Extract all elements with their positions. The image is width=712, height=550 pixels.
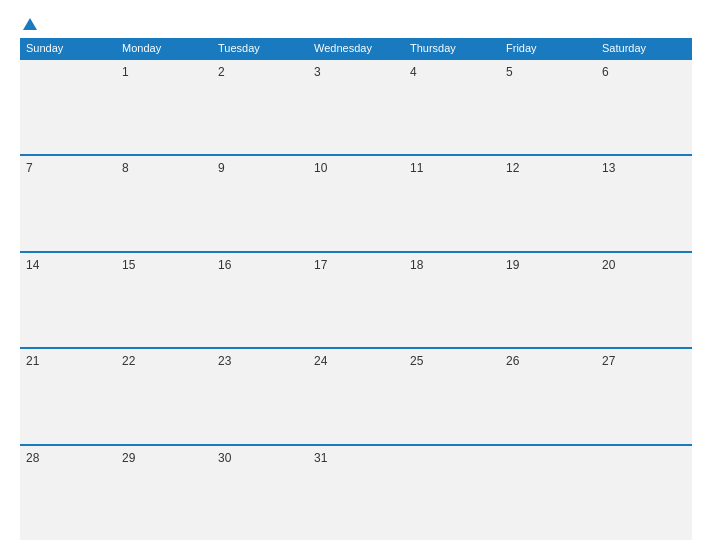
day-cell: 29 bbox=[116, 446, 212, 540]
day-cell: 26 bbox=[500, 349, 596, 443]
day-header-saturday: Saturday bbox=[596, 38, 692, 58]
weeks-container: 1234567891011121314151617181920212223242… bbox=[20, 58, 692, 540]
logo-blue bbox=[20, 18, 37, 30]
day-cell: 31 bbox=[308, 446, 404, 540]
day-cell: 23 bbox=[212, 349, 308, 443]
day-cell: 6 bbox=[596, 60, 692, 154]
day-header-sunday: Sunday bbox=[20, 38, 116, 58]
page: SundayMondayTuesdayWednesdayThursdayFrid… bbox=[0, 0, 712, 550]
day-cell bbox=[500, 446, 596, 540]
day-cell: 17 bbox=[308, 253, 404, 347]
week-row-1: 123456 bbox=[20, 58, 692, 154]
day-cell: 4 bbox=[404, 60, 500, 154]
week-row-4: 21222324252627 bbox=[20, 347, 692, 443]
calendar: SundayMondayTuesdayWednesdayThursdayFrid… bbox=[20, 38, 692, 540]
day-cell: 21 bbox=[20, 349, 116, 443]
day-cell: 15 bbox=[116, 253, 212, 347]
day-cell: 8 bbox=[116, 156, 212, 250]
day-cell: 13 bbox=[596, 156, 692, 250]
day-cell: 2 bbox=[212, 60, 308, 154]
day-header-tuesday: Tuesday bbox=[212, 38, 308, 58]
logo-triangle-icon bbox=[23, 18, 37, 30]
day-header-wednesday: Wednesday bbox=[308, 38, 404, 58]
day-header-monday: Monday bbox=[116, 38, 212, 58]
day-cell: 20 bbox=[596, 253, 692, 347]
day-header-thursday: Thursday bbox=[404, 38, 500, 58]
day-cell: 11 bbox=[404, 156, 500, 250]
day-cell: 30 bbox=[212, 446, 308, 540]
day-cell bbox=[404, 446, 500, 540]
week-row-5: 28293031 bbox=[20, 444, 692, 540]
day-cell: 18 bbox=[404, 253, 500, 347]
day-cell: 28 bbox=[20, 446, 116, 540]
logo bbox=[20, 18, 37, 30]
day-cell: 14 bbox=[20, 253, 116, 347]
day-cell: 10 bbox=[308, 156, 404, 250]
day-cell: 24 bbox=[308, 349, 404, 443]
day-cell: 19 bbox=[500, 253, 596, 347]
day-cell: 7 bbox=[20, 156, 116, 250]
day-cell: 16 bbox=[212, 253, 308, 347]
day-cell bbox=[596, 446, 692, 540]
day-header-friday: Friday bbox=[500, 38, 596, 58]
week-row-3: 14151617181920 bbox=[20, 251, 692, 347]
day-cell: 1 bbox=[116, 60, 212, 154]
day-cell: 12 bbox=[500, 156, 596, 250]
day-cell: 27 bbox=[596, 349, 692, 443]
week-row-2: 78910111213 bbox=[20, 154, 692, 250]
day-cell: 25 bbox=[404, 349, 500, 443]
day-headers-row: SundayMondayTuesdayWednesdayThursdayFrid… bbox=[20, 38, 692, 58]
day-cell: 5 bbox=[500, 60, 596, 154]
header bbox=[20, 18, 692, 30]
day-cell bbox=[20, 60, 116, 154]
day-cell: 22 bbox=[116, 349, 212, 443]
day-cell: 9 bbox=[212, 156, 308, 250]
day-cell: 3 bbox=[308, 60, 404, 154]
